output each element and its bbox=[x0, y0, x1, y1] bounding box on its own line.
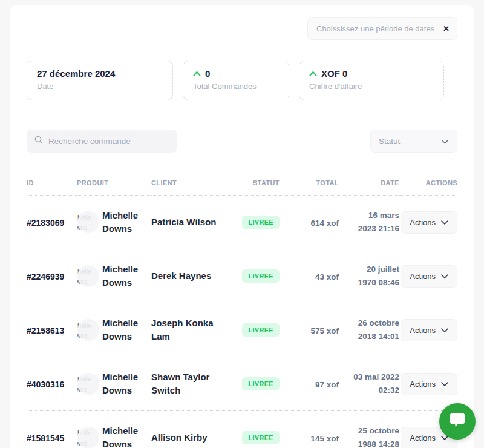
product-image: Michelle Downs bbox=[77, 370, 100, 398]
actions-button[interactable]: Actions bbox=[401, 265, 457, 288]
table-row: #4030316 Michelle Downs Michelle Downs S… bbox=[27, 357, 457, 411]
stat-revenue-value: XOF 0 bbox=[321, 68, 347, 79]
date-range-input[interactable] bbox=[316, 24, 438, 33]
product-name: Michelle Downs bbox=[102, 424, 145, 448]
filters-row: Statut bbox=[27, 130, 457, 153]
stat-total-orders-label: Total Commandes bbox=[193, 82, 279, 91]
product-name: Michelle Downs bbox=[102, 317, 145, 343]
topbar: ✕ bbox=[27, 17, 457, 40]
product-name: Michelle Downs bbox=[102, 209, 145, 236]
chevron-down-icon bbox=[441, 382, 448, 386]
product-image-alt-text: Michelle Downs bbox=[77, 374, 100, 395]
client-name: Patricia Wilson bbox=[151, 217, 216, 227]
chevron-down-icon bbox=[441, 220, 448, 225]
product-image: Michelle Downs bbox=[77, 208, 100, 236]
order-total: 97 xof bbox=[315, 380, 339, 389]
chevron-down-icon bbox=[441, 274, 448, 278]
order-total: 575 xof bbox=[310, 326, 339, 335]
stat-revenue: XOF 0 Chiffre d'affaire bbox=[299, 61, 444, 100]
actions-button-label: Actions bbox=[410, 218, 436, 227]
chat-launcher-button[interactable] bbox=[439, 403, 476, 440]
product-image-alt-text: Michelle Downs bbox=[77, 320, 100, 341]
header-actions: Actions bbox=[399, 176, 457, 196]
header-status: Statut bbox=[230, 176, 280, 196]
orders-table: ID Produit Client Statut Total Date Acti… bbox=[27, 176, 457, 448]
table-header-row: ID Produit Client Statut Total Date Acti… bbox=[27, 176, 457, 196]
search-input[interactable] bbox=[48, 137, 169, 146]
status-badge: LIVREE bbox=[242, 377, 280, 390]
header-total: Total bbox=[280, 176, 339, 196]
actions-button-label: Actions bbox=[410, 326, 436, 335]
status-badge: LIVREE bbox=[242, 323, 280, 337]
product-name: Michelle Downs bbox=[102, 263, 145, 289]
search-icon bbox=[34, 135, 44, 147]
status-badge: LIVREE bbox=[242, 216, 280, 229]
date-range-picker[interactable]: ✕ bbox=[307, 17, 457, 40]
order-date: 16 mars 2023 21:16 bbox=[348, 209, 399, 235]
product-image-alt-text: Michelle Downs bbox=[77, 212, 100, 233]
trend-up-icon bbox=[309, 71, 317, 76]
orders-panel: ✕ 27 décembre 2024 Date 0 Total Commande… bbox=[10, 5, 474, 448]
clear-date-icon[interactable]: ✕ bbox=[438, 25, 450, 33]
product-image-alt-text: Michelle Downs bbox=[77, 428, 100, 448]
product-image: Michelle Downs bbox=[77, 262, 100, 290]
order-date: 26 octobre 2018 14:01 bbox=[348, 317, 399, 343]
actions-button[interactable]: Actions bbox=[401, 319, 457, 341]
actions-button-label: Actions bbox=[410, 380, 436, 389]
client-name: Allison Kirby bbox=[151, 432, 208, 443]
order-id: #2183069 bbox=[27, 218, 64, 228]
stat-date-label: Date bbox=[37, 82, 163, 91]
header-id: ID bbox=[27, 176, 77, 196]
order-id: #4030316 bbox=[27, 380, 64, 389]
order-id: #1581545 bbox=[27, 433, 64, 443]
order-date: 25 octobre 1988 14:28 bbox=[348, 424, 399, 448]
product-image: Michelle Downs bbox=[77, 424, 100, 448]
stat-revenue-label: Chiffre d'affaire bbox=[309, 82, 434, 91]
chevron-down-icon bbox=[441, 328, 448, 332]
actions-button-label: Actions bbox=[410, 433, 436, 443]
order-id: #2246939 bbox=[27, 272, 64, 282]
table-row: #1581545 Michelle Downs Michelle Downs A… bbox=[27, 411, 457, 448]
status-badge: LIVREE bbox=[242, 269, 280, 283]
trend-up-icon bbox=[193, 71, 201, 76]
status-filter-label: Statut bbox=[379, 137, 400, 146]
header-client: Client bbox=[151, 176, 230, 196]
table-row: #2246939 Michelle Downs Michelle Downs D… bbox=[27, 249, 457, 303]
stat-date-value: 27 décembre 2024 bbox=[37, 68, 163, 79]
table-row: #2183069 Michelle Downs Michelle Downs P… bbox=[27, 196, 457, 249]
order-total: 145 xof bbox=[310, 434, 339, 443]
stat-date: 27 décembre 2024 Date bbox=[27, 61, 173, 100]
product-image-alt-text: Michelle Downs bbox=[77, 266, 100, 287]
stat-total-orders-value: 0 bbox=[205, 68, 210, 79]
client-name: Derek Haynes bbox=[151, 271, 211, 281]
chat-bubble-icon bbox=[448, 411, 467, 432]
order-id: #2158613 bbox=[27, 326, 64, 335]
actions-button-label: Actions bbox=[410, 272, 436, 281]
status-filter-dropdown[interactable]: Statut bbox=[370, 130, 457, 153]
order-total: 43 xof bbox=[315, 272, 339, 282]
header-product: Produit bbox=[77, 176, 151, 196]
header-date: Date bbox=[339, 176, 399, 196]
actions-button[interactable]: Actions bbox=[401, 373, 457, 395]
table-row: #2158613 Michelle Downs Michelle Downs J… bbox=[27, 303, 457, 357]
status-badge: LIVREE bbox=[242, 431, 280, 444]
orders-table-body: #2183069 Michelle Downs Michelle Downs P… bbox=[27, 196, 457, 448]
stats-row: 27 décembre 2024 Date 0 Total Commandes … bbox=[27, 61, 457, 100]
stat-total-orders: 0 Total Commandes bbox=[183, 61, 289, 100]
product-image: Michelle Downs bbox=[77, 316, 100, 344]
order-date: 20 juillet 1970 08:46 bbox=[348, 263, 399, 289]
product-name: Michelle Downs bbox=[102, 371, 145, 397]
client-name: Shawn Taylor Switch bbox=[151, 372, 209, 395]
order-date: 03 mai 2022 02:32 bbox=[348, 371, 399, 397]
chevron-down-icon bbox=[441, 137, 449, 146]
client-name: Joseph Konka Lam bbox=[151, 318, 214, 341]
search-box[interactable] bbox=[27, 130, 177, 153]
actions-button[interactable]: Actions bbox=[401, 211, 457, 234]
order-total: 614 xof bbox=[310, 219, 339, 228]
